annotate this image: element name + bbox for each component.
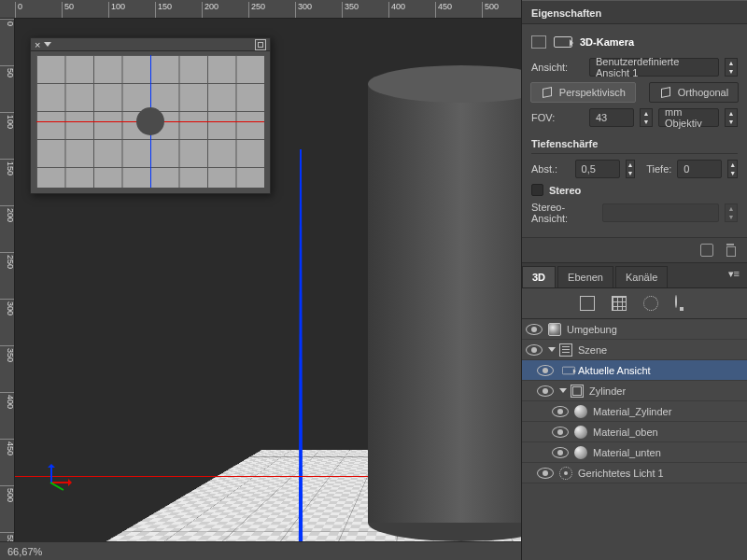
abst-input[interactable]: 0,5 xyxy=(575,160,620,178)
perspective-icon xyxy=(541,86,554,99)
dof-section-title: Tiefenschärfe xyxy=(531,133,738,154)
fov-label: FOV: xyxy=(531,112,584,123)
orthogonal-button[interactable]: Orthogonal xyxy=(649,82,739,103)
layer-aktuelle-ansicht[interactable]: Aktuelle Ansicht xyxy=(522,360,747,381)
panel-menu-icon[interactable]: ▾≡ xyxy=(721,263,747,287)
perspective-button[interactable]: Perspektivisch xyxy=(530,82,636,103)
ruler-horizontal: 0501001502002503003504004505005506006507… xyxy=(0,0,521,19)
axis-gizmo[interactable] xyxy=(43,457,80,495)
material-icon xyxy=(574,446,587,459)
secondary-view-panel[interactable]: × xyxy=(30,37,271,194)
visibility-toggle[interactable] xyxy=(552,447,569,458)
view-select-value: Benutzerdefinierte Ansicht 1 xyxy=(596,56,712,78)
environment-icon xyxy=(548,323,561,336)
layer-material-oben[interactable]: Material_oben xyxy=(522,422,747,442)
material-icon xyxy=(574,426,587,439)
stereo-label: Stereo xyxy=(549,185,581,196)
layer-material-zylinder[interactable]: Material_Zylinder xyxy=(522,401,747,422)
cylinder-body xyxy=(368,84,521,523)
trash-icon[interactable] xyxy=(725,244,738,257)
lens-select[interactable]: mm Objektiv xyxy=(658,108,719,127)
tiefe-input[interactable]: 0 xyxy=(677,160,722,178)
view-label: Ansicht: xyxy=(531,62,584,73)
properties-object-header: 3D-Kamera xyxy=(531,32,738,52)
lens-stepper[interactable]: ▲▼ xyxy=(725,108,738,127)
mesh-icon xyxy=(571,385,584,398)
grid-icon[interactable] xyxy=(612,296,627,311)
material-icon xyxy=(574,405,587,418)
perspective-label: Perspektivisch xyxy=(559,87,626,98)
view-select[interactable]: Benutzerdefinierte Ansicht 1 xyxy=(589,58,719,77)
app-frame: 0501001502002503003504004505005506006507… xyxy=(0,0,747,560)
dropdown-icon[interactable] xyxy=(44,42,51,47)
abst-stepper[interactable]: ▲▼ xyxy=(626,160,636,178)
mini-cylinder-top[interactable] xyxy=(136,107,164,135)
layer-label: Gerichtetes Licht 1 xyxy=(578,468,664,479)
visibility-toggle[interactable] xyxy=(526,324,543,335)
3d-viewport[interactable]: × xyxy=(15,19,521,541)
stereo-view-stepper: ▲▼ xyxy=(725,203,738,222)
layer-label: Szene xyxy=(578,344,607,356)
tiefe-stepper[interactable]: ▲▼ xyxy=(727,160,738,178)
scene-icon xyxy=(559,343,572,357)
right-panels: Eigenschaften 3D-Kamera Ansicht: Benutze… xyxy=(521,0,747,560)
stereo-view-label: Stereo-Ansicht: xyxy=(531,202,597,224)
properties-panel: Eigenschaften 3D-Kamera Ansicht: Benutze… xyxy=(522,0,747,263)
secondary-view-header[interactable]: × xyxy=(31,38,270,51)
light-icon xyxy=(559,467,572,480)
visibility-toggle[interactable] xyxy=(552,427,569,438)
fov-input[interactable]: 43 xyxy=(589,108,634,127)
layer-label: Umgebung xyxy=(567,324,617,335)
camera-fill-icon xyxy=(531,35,546,49)
return-icon[interactable] xyxy=(700,244,713,257)
tab-layers[interactable]: Ebenen xyxy=(557,266,613,287)
expand-icon[interactable] xyxy=(255,39,266,50)
layer-label: Zylinder xyxy=(589,385,626,397)
visibility-toggle[interactable] xyxy=(537,468,554,479)
scene-toolbar xyxy=(522,288,747,319)
layer-material-unten[interactable]: Material_unten xyxy=(522,442,747,463)
status-bar: 66,67% xyxy=(0,541,521,560)
visibility-toggle[interactable] xyxy=(552,406,569,417)
close-icon[interactable]: × xyxy=(35,39,40,50)
layer-label: Aktuelle Ansicht xyxy=(578,365,651,376)
visibility-toggle[interactable] xyxy=(526,344,543,356)
scene-panel-tabs: 3D Ebenen Kanäle ▾≡ xyxy=(522,263,747,288)
fov-stepper[interactable]: ▲▼ xyxy=(640,108,653,127)
layer-umgebung[interactable]: Umgebung xyxy=(522,319,747,340)
light-icon[interactable] xyxy=(675,296,690,311)
camera-icon xyxy=(554,36,572,48)
scene-panel: 3D Ebenen Kanäle ▾≡ Umgebung xyxy=(522,263,747,560)
abst-label: Abst.: xyxy=(531,163,570,175)
expand-toggle[interactable] xyxy=(548,347,556,352)
tiefe-label: Tiefe: xyxy=(646,163,671,175)
gizmo-y-axis[interactable] xyxy=(50,465,52,483)
orthogonal-label: Orthogonal xyxy=(678,87,728,98)
properties-object-name: 3D-Kamera xyxy=(580,36,634,48)
visibility-toggle[interactable] xyxy=(537,365,554,376)
view-select-stepper[interactable]: ▲▼ xyxy=(725,58,738,77)
tiefe-value: 0 xyxy=(684,163,689,175)
layer-szene[interactable]: Szene xyxy=(522,340,747,360)
scene-tree[interactable]: Umgebung Szene Aktuelle Ansicht xyxy=(522,319,747,560)
tab-channels[interactable]: Kanäle xyxy=(615,266,668,287)
stereo-checkbox[interactable] xyxy=(531,184,543,196)
orthogonal-icon xyxy=(659,86,672,99)
layer-gerichtetes-licht[interactable]: Gerichtetes Licht 1 xyxy=(522,463,747,483)
secondary-view-canvas[interactable] xyxy=(36,55,264,188)
abst-value: 0,5 xyxy=(582,163,596,175)
add-light-icon[interactable] xyxy=(643,296,658,311)
cylinder-mesh[interactable] xyxy=(368,65,521,532)
layer-label: Material_Zylinder xyxy=(593,406,671,417)
filter-icon[interactable] xyxy=(580,296,595,311)
zoom-level[interactable]: 66,67% xyxy=(7,546,42,557)
layer-label: Material_oben xyxy=(593,427,658,438)
stereo-view-select xyxy=(602,203,719,222)
layer-label: Material_unten xyxy=(593,447,661,458)
lens-value: mm Objektiv xyxy=(665,106,712,129)
tab-3d[interactable]: 3D xyxy=(522,266,556,287)
expand-toggle[interactable] xyxy=(559,388,567,393)
layer-zylinder[interactable]: Zylinder xyxy=(522,381,747,401)
visibility-toggle[interactable] xyxy=(537,385,554,397)
ruler-vertical: 0501001502002503003504004505005506006507… xyxy=(0,19,15,541)
